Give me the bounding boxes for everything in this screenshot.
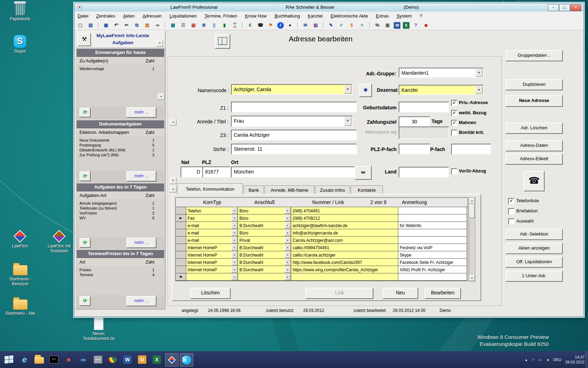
titlebar[interactable]: LawFirm® Professional RAe Schneller & Be… [75, 3, 583, 12]
zahlungsziel-field[interactable]: 30 [399, 116, 430, 127]
nat-field[interactable]: D [181, 166, 203, 178]
spreadsheet-icon[interactable]: ▦ [384, 21, 392, 29]
komtyp-cell[interactable]: Internet HomeP [186, 266, 238, 273]
menu-zentrales[interactable]: Zentrales [93, 12, 118, 21]
plz-pfach-field[interactable] [399, 144, 430, 155]
anschluss-cell[interactable]: Büro [238, 207, 291, 214]
minimize-button[interactable]: – [548, 4, 559, 11]
signature-icon[interactable]: § [348, 21, 356, 29]
refresh-button[interactable]: ⟳ [79, 171, 91, 181]
anschluss-cell[interactable] [238, 273, 291, 281]
bonitaet-checkbox[interactable] [451, 130, 457, 136]
priv-adresse-checkbox[interactable]: ✓ [451, 100, 457, 106]
menu-help[interactable]: ? [416, 12, 425, 21]
tab-kontakte[interactable]: Kontakte [351, 185, 383, 195]
tab-zusatz-infos[interactable]: Zusatz-Infos [315, 185, 350, 195]
adr-gruppe-combo[interactable]: Mandanten1 [399, 68, 484, 78]
email-icon[interactable]: ✉ [301, 21, 309, 29]
desktop-icon-papierkorb[interactable]: Papierkorb [4, 3, 36, 21]
komtyp-cell[interactable]: Telefon [186, 207, 238, 214]
sidebar-view-select[interactable]: Aufgaben [91, 40, 155, 45]
telefonliste-checkbox[interactable]: ✓ [508, 198, 514, 204]
language-indicator[interactable]: DEU [553, 357, 561, 362]
taskbar-link-app[interactable]: ∞ [77, 353, 90, 366]
land-field[interactable] [399, 167, 449, 178]
action-center-icon[interactable]: ⚐ [532, 358, 535, 362]
nummer-cell[interactable]: http://www.facebook.com/Carola1957 [291, 259, 398, 266]
menu-system[interactable]: System [393, 12, 415, 21]
image-icon[interactable]: ▨ [312, 21, 320, 29]
desktop-icon-startmenu-benutzer[interactable]: Startmenü - Benutzer [3, 262, 38, 286]
hourglass-icon[interactable]: ⌛ [231, 21, 239, 29]
tab-anrede-mb-name[interactable]: Anrede, MB-Name [265, 185, 314, 195]
user-edit-icon[interactable]: ✎ [327, 21, 335, 29]
desktop-icon-lawfirm-testdaten[interactable]: LawFirm mit Testdaten [43, 230, 75, 253]
address-book-button[interactable] [215, 34, 230, 49]
z1-field[interactable] [231, 102, 357, 113]
menu-extras[interactable]: Extras [373, 12, 392, 21]
komtyp-cell[interactable]: Internet HomeP [186, 251, 238, 259]
nummer-cell[interactable]: callto://carola.achtziger [291, 251, 398, 259]
dropdown-icon[interactable] [285, 259, 290, 265]
network-icon[interactable]: ▭ [539, 358, 542, 362]
dropdown-icon[interactable] [285, 252, 290, 258]
anmerkung-cell[interactable]: Festnetz via VoIP [398, 244, 467, 251]
dropdown-icon[interactable] [231, 215, 237, 221]
hidden-icons-icon[interactable]: ▲ [524, 358, 528, 362]
adress-daten-button[interactable]: Adress-Daten [505, 140, 563, 151]
dropdown-icon[interactable] [231, 207, 237, 214]
z3-field[interactable]: Carola Achtziger [231, 130, 357, 141]
ledger-icon[interactable]: ▮ [220, 21, 229, 29]
scroll-down-icon[interactable]: ▼ [469, 275, 475, 281]
anrede-combo[interactable]: Frau [231, 116, 352, 127]
sidebar-view-dropdown-icon[interactable]: ▼ [156, 40, 163, 47]
mehr-button[interactable]: mehr ... [126, 238, 156, 248]
ort-field[interactable]: München [231, 166, 357, 178]
unter-adr-button[interactable]: 1 Unter-Adr. [505, 271, 563, 282]
anmerkung-cell[interactable]: Skype [398, 251, 467, 259]
scroll-up-icon[interactable]: ▲ [158, 93, 164, 100]
dropdown-icon[interactable] [231, 266, 237, 273]
refresh-button[interactable]: ⟳ [79, 296, 91, 306]
dropdown-icon[interactable] [231, 230, 237, 236]
geburtsdatum-field[interactable] [399, 102, 449, 113]
vorst-abzug-checkbox[interactable] [451, 168, 457, 175]
komtyp-cell[interactable]: Internet HomeP [186, 259, 238, 266]
dropdown-icon[interactable] [285, 207, 290, 214]
mahnen-checkbox[interactable]: ✓ [451, 120, 457, 126]
pfach-field[interactable] [451, 144, 491, 155]
menu-adressen[interactable]: Adressen [139, 12, 165, 21]
dropdown-icon[interactable] [285, 244, 290, 251]
dropdown-icon[interactable] [285, 266, 290, 273]
undo-icon[interactable]: ↶ [112, 21, 120, 29]
taskbar-clock[interactable]: 14:37 28.03.2012 [565, 355, 584, 364]
neu-button[interactable]: Neu [383, 288, 418, 299]
mehr-button[interactable]: mehr ... [126, 296, 156, 306]
nummer-cell[interactable] [291, 273, 398, 281]
desktop-icon-startmenu-alle[interactable]: Startmenü - Alle [3, 297, 38, 316]
menu-know-how[interactable]: Know How [242, 12, 270, 21]
taskbar-file-explorer[interactable] [33, 353, 46, 366]
anschluss-cell[interactable]: Privat [238, 237, 291, 244]
nummer-cell[interactable]: achtziger@lawfirm-kanzlei.de [291, 222, 398, 229]
list-view-icon[interactable]: ☰ [179, 21, 187, 29]
akten-anzeigen-button[interactable]: Akten anzeigen [505, 243, 563, 254]
close-button[interactable]: ✕ [570, 4, 581, 11]
anschluss-cell[interactable]: B:Durchwahl [238, 259, 291, 266]
list-item[interactable]: Fristen 1 [77, 268, 164, 273]
menu-datei[interactable]: Datei [75, 12, 91, 21]
telefonliste-icon-button[interactable]: ☎ [524, 171, 545, 191]
dropdown-icon[interactable] [344, 85, 351, 94]
bearbeiten-button[interactable]: Bearbeiten [425, 288, 461, 299]
nummer-cell[interactable]: info@achtzigercarola.de [291, 229, 398, 237]
tools-button[interactable]: ⚒ [78, 33, 91, 46]
adress-etikett-button[interactable]: Adress-Etikett [505, 154, 563, 165]
desktop-icon-skype[interactable]: S Skype [4, 35, 36, 54]
komtyp-cell[interactable]: e-mail [186, 237, 238, 244]
link-button[interactable]: Link [306, 288, 373, 299]
off-liquidationen-button[interactable]: Off. Liquidationen [505, 257, 563, 268]
namenscode-combo[interactable]: Achtziger, Carola [231, 84, 352, 95]
percent-icon[interactable]: % [373, 21, 382, 29]
excel-export-icon[interactable]: X [403, 22, 410, 29]
list-item[interactable]: Anrufe (eingegangen) 1 [77, 201, 164, 206]
